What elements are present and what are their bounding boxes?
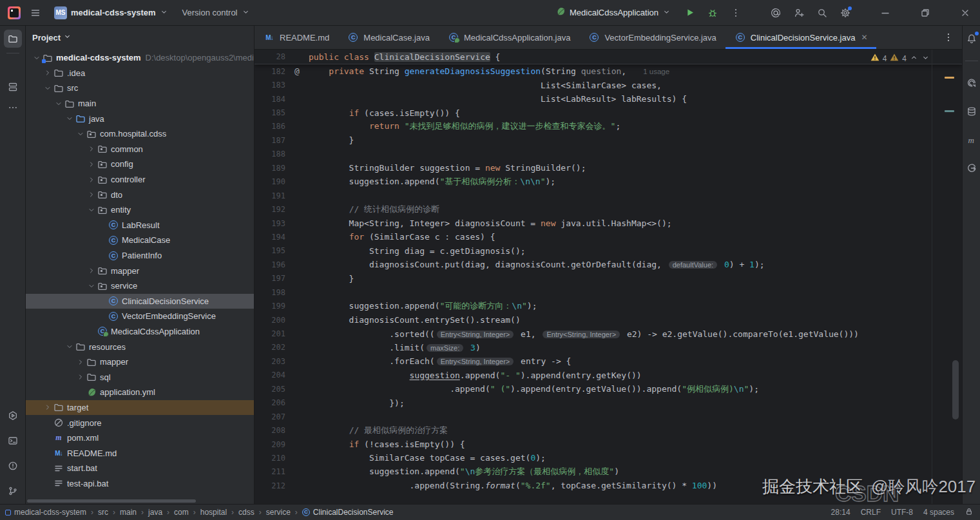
breadcrumb-item[interactable]: hospital <box>200 508 227 517</box>
previous-problem-icon[interactable] <box>910 53 918 64</box>
close-button[interactable] <box>957 5 974 21</box>
code-line[interactable]: 207 <box>255 410 962 423</box>
line-number[interactable]: 204 <box>255 371 285 380</box>
tab-clinicaldecisionservice-java[interactable]: CClinicalDecisionService.java✕ <box>725 26 877 49</box>
tree-item-common[interactable]: common <box>26 142 254 157</box>
code-line[interactable]: 199 suggestion.append("可能的诊断方向：\n"); <box>255 299 962 313</box>
line-number[interactable]: 208 <box>255 426 285 435</box>
tree-item--gitignore[interactable]: .gitignore <box>26 415 254 430</box>
code-line[interactable]: 200 diagnosisCount.entrySet().stream() <box>255 313 962 327</box>
tab-options-icon[interactable] <box>940 29 957 46</box>
tree-item-controller[interactable]: controller <box>26 172 254 188</box>
chevron-collapsed-icon[interactable] <box>86 265 97 276</box>
code-line[interactable]: 211 suggestion.append("\n参考治疗方案（最相似病例，相似… <box>255 465 962 479</box>
code-line[interactable]: 184 List<LabResult> labResults) { <box>255 92 962 106</box>
horizontal-scrollbar[interactable] <box>27 499 196 503</box>
chevron-collapsed-icon[interactable] <box>86 144 97 154</box>
line-number[interactable]: 206 <box>255 398 285 407</box>
more-tool-windows-icon[interactable] <box>4 99 22 117</box>
services-icon[interactable] <box>4 407 22 425</box>
tab-readme-md[interactable]: M↓README.md <box>255 26 338 49</box>
tree-item-resources[interactable]: resources <box>26 339 254 354</box>
code-line[interactable]: 195 String diag = c.getDiagnosis(); <box>255 244 962 258</box>
code-editor[interactable]: 28public class ClinicalDecisionService {… <box>255 50 962 504</box>
code-line[interactable]: 202 .limit(maxSize: 3) <box>255 341 962 354</box>
line-number[interactable]: 182 <box>255 67 285 76</box>
status-item[interactable]: UTF-8 <box>891 508 913 517</box>
code-line[interactable]: 201 .sorted((Entry<String, Integer> e1, … <box>255 327 962 340</box>
line-number[interactable]: 184 <box>255 95 285 104</box>
tree-item-com-hospital-cdss[interactable]: com.hospital.cdss <box>26 126 254 142</box>
tree-item-vectorembeddingservice[interactable]: CVectorEmbeddingService <box>26 309 254 324</box>
code-line[interactable]: 210 SimilarCase topCase = cases.get(0); <box>255 451 962 465</box>
line-number[interactable]: 183 <box>255 81 285 90</box>
search-everywhere-icon[interactable] <box>814 5 831 21</box>
usage-hint[interactable]: 1 usage <box>643 68 669 75</box>
settings-gear-icon[interactable] <box>837 5 854 21</box>
hamburger-menu-icon[interactable] <box>27 5 44 21</box>
tree-item-medicalcase[interactable]: CMedicalCase <box>26 233 254 248</box>
project-widget[interactable]: MS medical-cdss-system <box>50 4 172 22</box>
tree-item-config[interactable]: config <box>26 157 254 172</box>
tree-item-medical-cdss-system[interactable]: medical-cdss-systemD:\desktop\opengauss2… <box>26 50 254 66</box>
breadcrumb-item[interactable]: java <box>148 508 162 517</box>
code-line[interactable]: 197 } <box>255 272 962 285</box>
chevron-expanded-icon[interactable] <box>31 53 42 63</box>
tree-item-patientinfo[interactable]: CPatientInfo <box>26 248 254 264</box>
chevron-expanded-icon[interactable] <box>64 342 75 352</box>
tree-item-main[interactable]: main <box>26 96 254 111</box>
tree-item-mapper[interactable]: mapper <box>26 263 254 278</box>
status-item[interactable]: 28:14 <box>831 508 850 517</box>
tree-item-service[interactable]: service <box>26 278 254 294</box>
line-number[interactable]: 201 <box>255 329 285 338</box>
line-number[interactable]: 207 <box>255 412 285 421</box>
chevron-expanded-icon[interactable] <box>53 99 64 109</box>
line-number[interactable]: 197 <box>255 274 285 283</box>
project-folder-icon[interactable] <box>4 30 22 48</box>
tree-item-src[interactable]: src <box>26 81 254 96</box>
database-icon[interactable] <box>963 102 980 120</box>
breadcrumb-item[interactable]: cdss <box>238 508 255 517</box>
run-configuration-widget[interactable]: MedicalCdssApplication <box>552 4 675 22</box>
problems-icon[interactable] <box>4 457 22 475</box>
project-panel-header[interactable]: Project <box>26 26 254 49</box>
code-line[interactable]: 183 List<SimilarCase> cases, <box>255 78 962 91</box>
tree-item-sql[interactable]: sql <box>26 369 254 385</box>
chevron-expanded-icon[interactable] <box>86 205 97 215</box>
more-actions-icon[interactable] <box>727 5 744 21</box>
code-line[interactable]: 182@ private String generateDiagnosisSug… <box>255 64 962 78</box>
line-number[interactable]: 203 <box>255 357 285 366</box>
chevron-expanded-icon[interactable] <box>42 83 53 93</box>
line-number[interactable]: 211 <box>255 467 285 476</box>
chevron-collapsed-icon[interactable] <box>86 159 97 169</box>
minimize-button[interactable] <box>877 5 894 21</box>
line-number[interactable]: 28 <box>255 52 285 61</box>
sticky-code-line[interactable]: 28public class ClinicalDecisionService { <box>255 50 962 64</box>
code-line[interactable]: 203 .forEach(Entry<String, Integer> entr… <box>255 354 962 368</box>
breadcrumb-item[interactable]: medical-cdss-system <box>5 508 86 517</box>
chevron-collapsed-icon[interactable] <box>86 189 97 200</box>
ai-chat-icon[interactable] <box>767 5 784 21</box>
line-number[interactable]: 191 <box>255 191 285 200</box>
tree-item-start-bat[interactable]: start.bat <box>26 461 254 476</box>
line-number[interactable]: 212 <box>255 481 285 490</box>
line-number[interactable]: 198 <box>255 288 285 297</box>
tree-item-java[interactable]: java <box>26 111 254 126</box>
code-line[interactable]: 186 return "未找到足够相似的病例，建议进一步检查和专家会诊。"; <box>255 120 962 133</box>
chevron-expanded-icon[interactable] <box>86 281 97 291</box>
debug-button[interactable] <box>704 5 721 21</box>
chevron-expanded-icon[interactable] <box>75 129 86 139</box>
code-line[interactable]: 188 <box>255 148 962 161</box>
tab-medicalcdssapplication-java[interactable]: CMedicalCdssApplication.java <box>439 26 579 49</box>
chevron-collapsed-icon[interactable] <box>75 357 86 367</box>
version-control-widget[interactable]: Version control <box>178 5 254 21</box>
lock-icon[interactable] <box>965 507 974 518</box>
tab-vectorembeddingservice-java[interactable]: CVectorEmbeddingService.java <box>579 26 725 49</box>
code-line[interactable]: 185 if (cases.isEmpty()) { <box>255 106 962 119</box>
breadcrumb-item[interactable]: service <box>266 508 291 517</box>
warning-stripe-mark[interactable] <box>945 77 954 79</box>
next-problem-icon[interactable] <box>921 53 930 64</box>
info-stripe-mark[interactable] <box>945 110 954 112</box>
line-number[interactable]: 195 <box>255 246 285 255</box>
line-number[interactable]: 189 <box>255 164 285 173</box>
